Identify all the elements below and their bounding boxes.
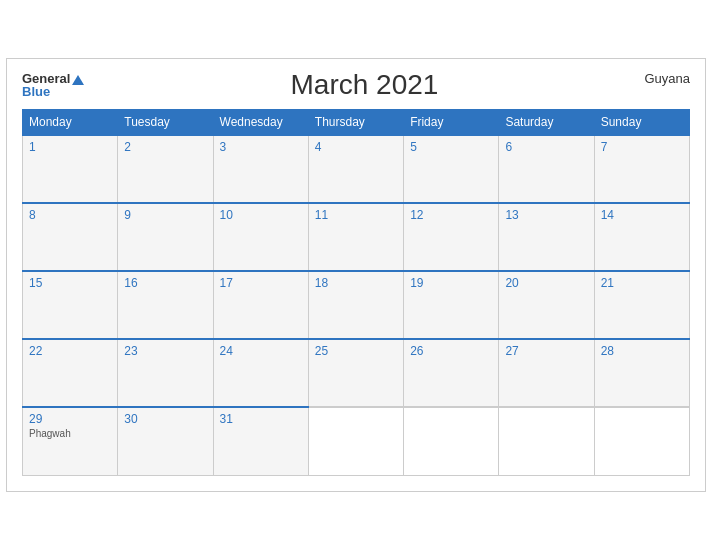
day-number: 15 <box>29 276 111 290</box>
day-number: 11 <box>315 208 397 222</box>
day-cell-4-0: 29Phagwah <box>23 407 118 475</box>
calendar-container: General Blue March 2021 Guyana Monday Tu… <box>6 58 706 492</box>
day-cell-1-5: 13 <box>499 203 594 271</box>
week-row-5: 29Phagwah3031 <box>23 407 690 475</box>
day-cell-1-3: 11 <box>308 203 403 271</box>
holiday-label: Phagwah <box>29 428 111 439</box>
day-cell-2-3: 18 <box>308 271 403 339</box>
day-cell-4-6 <box>594 407 689 475</box>
day-cell-1-1: 9 <box>118 203 213 271</box>
day-cell-3-0: 22 <box>23 339 118 407</box>
day-cell-1-4: 12 <box>404 203 499 271</box>
day-number: 25 <box>315 344 397 358</box>
day-number: 19 <box>410 276 492 290</box>
day-cell-0-2: 3 <box>213 135 308 203</box>
day-number: 2 <box>124 140 206 154</box>
day-number: 17 <box>220 276 302 290</box>
day-cell-1-0: 8 <box>23 203 118 271</box>
day-number: 23 <box>124 344 206 358</box>
day-cell-0-0: 1 <box>23 135 118 203</box>
day-number: 10 <box>220 208 302 222</box>
col-wednesday: Wednesday <box>213 110 308 136</box>
day-cell-3-2: 24 <box>213 339 308 407</box>
col-thursday: Thursday <box>308 110 403 136</box>
day-number: 16 <box>124 276 206 290</box>
day-number: 30 <box>124 412 206 426</box>
day-cell-4-3 <box>308 407 403 475</box>
day-cell-2-2: 17 <box>213 271 308 339</box>
day-number: 12 <box>410 208 492 222</box>
day-number: 29 <box>29 412 111 426</box>
day-number: 21 <box>601 276 683 290</box>
week-row-2: 891011121314 <box>23 203 690 271</box>
day-number: 28 <box>601 344 683 358</box>
day-number: 18 <box>315 276 397 290</box>
day-cell-2-5: 20 <box>499 271 594 339</box>
day-cell-1-2: 10 <box>213 203 308 271</box>
day-cell-0-3: 4 <box>308 135 403 203</box>
col-saturday: Saturday <box>499 110 594 136</box>
week-row-1: 1234567 <box>23 135 690 203</box>
day-cell-4-2: 31 <box>213 407 308 475</box>
day-number: 22 <box>29 344 111 358</box>
day-number: 7 <box>601 140 683 154</box>
day-number: 5 <box>410 140 492 154</box>
country-label: Guyana <box>644 69 690 86</box>
weekday-header-row: Monday Tuesday Wednesday Thursday Friday… <box>23 110 690 136</box>
week-row-3: 15161718192021 <box>23 271 690 339</box>
day-cell-2-1: 16 <box>118 271 213 339</box>
day-number: 4 <box>315 140 397 154</box>
week-row-4: 22232425262728 <box>23 339 690 407</box>
day-number: 27 <box>505 344 587 358</box>
day-number: 9 <box>124 208 206 222</box>
logo-triangle-icon <box>72 75 84 85</box>
col-friday: Friday <box>404 110 499 136</box>
day-number: 20 <box>505 276 587 290</box>
day-cell-3-5: 27 <box>499 339 594 407</box>
day-cell-0-5: 6 <box>499 135 594 203</box>
day-number: 26 <box>410 344 492 358</box>
col-sunday: Sunday <box>594 110 689 136</box>
day-number: 3 <box>220 140 302 154</box>
day-cell-3-3: 25 <box>308 339 403 407</box>
day-cell-0-4: 5 <box>404 135 499 203</box>
day-number: 6 <box>505 140 587 154</box>
calendar-title: March 2021 <box>291 69 439 101</box>
col-monday: Monday <box>23 110 118 136</box>
col-tuesday: Tuesday <box>118 110 213 136</box>
day-cell-0-1: 2 <box>118 135 213 203</box>
day-cell-4-4 <box>404 407 499 475</box>
logo-blue-text: Blue <box>22 85 50 98</box>
day-cell-4-1: 30 <box>118 407 213 475</box>
calendar-header: General Blue March 2021 Guyana <box>22 69 690 101</box>
calendar-table: Monday Tuesday Wednesday Thursday Friday… <box>22 109 690 476</box>
day-cell-1-6: 14 <box>594 203 689 271</box>
day-cell-3-6: 28 <box>594 339 689 407</box>
day-number: 31 <box>220 412 302 426</box>
day-number: 1 <box>29 140 111 154</box>
day-number: 13 <box>505 208 587 222</box>
logo: General Blue <box>22 72 84 98</box>
day-cell-0-6: 7 <box>594 135 689 203</box>
day-number: 14 <box>601 208 683 222</box>
day-cell-3-4: 26 <box>404 339 499 407</box>
day-cell-2-6: 21 <box>594 271 689 339</box>
day-number: 24 <box>220 344 302 358</box>
day-cell-4-5 <box>499 407 594 475</box>
day-cell-2-4: 19 <box>404 271 499 339</box>
day-cell-3-1: 23 <box>118 339 213 407</box>
day-number: 8 <box>29 208 111 222</box>
day-cell-2-0: 15 <box>23 271 118 339</box>
